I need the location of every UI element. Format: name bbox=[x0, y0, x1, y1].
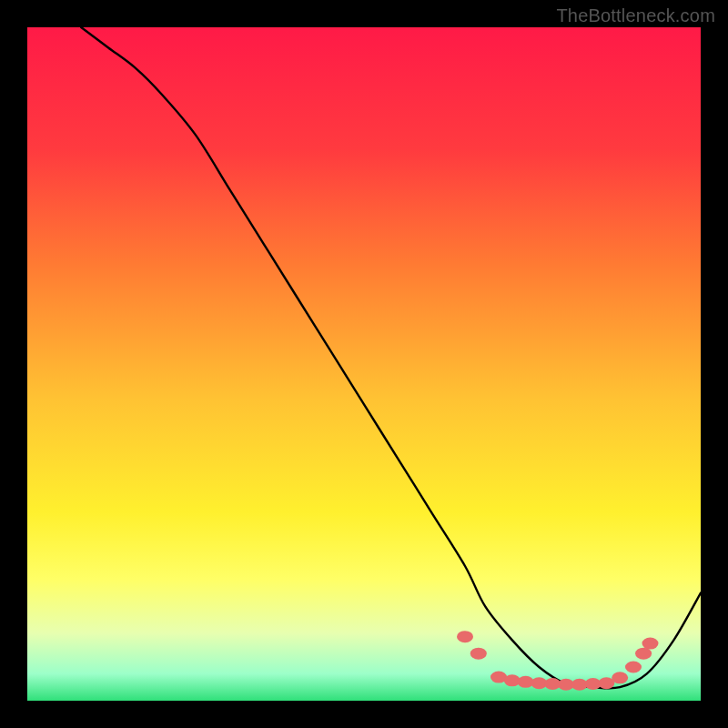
optimal-zone-markers bbox=[457, 631, 659, 691]
marker-dot bbox=[635, 648, 652, 660]
marker-dot bbox=[612, 672, 628, 683]
marker-dot bbox=[457, 631, 473, 642]
chart-frame: TheBottleneck.com bbox=[0, 0, 728, 728]
chart-svg bbox=[27, 27, 701, 701]
plot-area bbox=[27, 27, 701, 701]
marker-dot bbox=[625, 662, 642, 673]
marker-dot bbox=[642, 638, 659, 650]
bottleneck-curve bbox=[81, 27, 701, 688]
watermark-text: TheBottleneck.com bbox=[556, 5, 715, 26]
marker-dot bbox=[470, 648, 487, 660]
